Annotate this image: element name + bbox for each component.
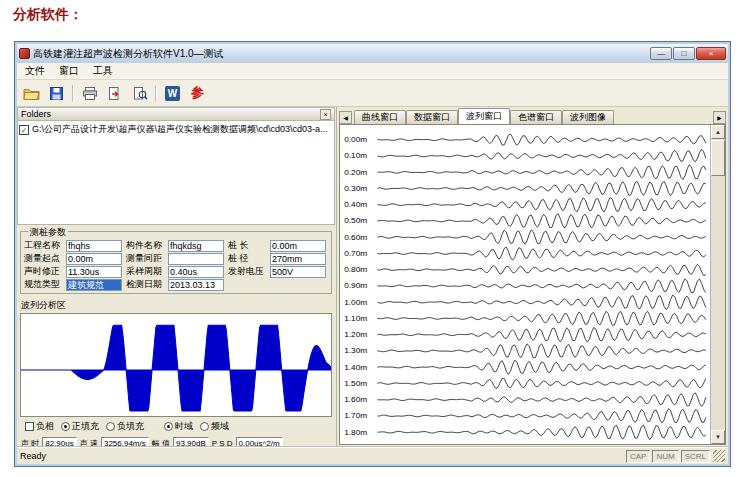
- pile-params-title: 测桩参数: [28, 226, 68, 239]
- left-panel: Folders × ✓ G:\公司产品设计开发\超声仪器\超声仪实验检测数据调频…: [17, 107, 337, 447]
- negative-phase-checkbox[interactable]: 负相: [25, 420, 54, 433]
- param-label: 声时修正: [24, 265, 66, 278]
- export-button[interactable]: [103, 82, 126, 104]
- minimize-button[interactable]: —: [650, 47, 672, 60]
- open-file-button[interactable]: [20, 82, 43, 104]
- tab-scroll-right-button[interactable]: ▶: [713, 111, 726, 124]
- tab-wavetrain[interactable]: 波列窗口: [458, 108, 510, 124]
- param-value[interactable]: fhqkdsg: [168, 240, 224, 252]
- tab-waveimage[interactable]: 波列图像: [562, 110, 614, 124]
- printer-icon: [82, 86, 98, 101]
- tabstrip: ◀ 曲线窗口数据窗口波列窗口色谱窗口波列图像 ▶: [337, 107, 728, 124]
- scroll-up-button[interactable]: ▲: [711, 125, 725, 139]
- resize-grip[interactable]: [713, 450, 725, 462]
- folder-tree[interactable]: ✓ G:\公司产品设计开发\超声仪器\超声仪实验检测数据调频\cd\cd03\c…: [17, 121, 335, 225]
- depth-label: 1.80m: [344, 428, 367, 437]
- tab-scroll-left-button[interactable]: ◀: [339, 111, 352, 124]
- page-heading: 分析软件：: [13, 6, 83, 24]
- wave-trace-1: [377, 149, 705, 162]
- param-label: 桩 径: [228, 252, 270, 265]
- depth-label: 1.30m: [344, 347, 367, 356]
- psd-label: P S D: [212, 439, 233, 447]
- toolbar: W 参: [17, 80, 728, 107]
- param-label: 发射电压: [228, 265, 270, 278]
- time-domain-radio-label: 时域: [175, 420, 193, 433]
- positive-fill-radio[interactable]: 正填充: [61, 420, 99, 433]
- maximize-button[interactable]: □: [673, 47, 695, 60]
- tab-data[interactable]: 数据窗口: [406, 110, 458, 124]
- toolbar-separator: [155, 85, 157, 102]
- save-button[interactable]: [45, 82, 68, 104]
- wave-train-window: 0.00m0.10m0.20m0.30m0.40m0.50m0.60m0.70m…: [339, 124, 726, 445]
- frequency-domain-radio[interactable]: 频域: [200, 420, 229, 433]
- depth-label: 1.10m: [344, 314, 367, 323]
- tree-item[interactable]: ✓ G:\公司产品设计开发\超声仪器\超声仪实验检测数据调频\cd\cd03\c…: [19, 123, 333, 136]
- wave-train-plot[interactable]: 0.00m0.10m0.20m0.30m0.40m0.50m0.60m0.70m…: [340, 125, 710, 444]
- menu-file[interactable]: 文件: [18, 63, 52, 79]
- param-label: 采样周期: [126, 265, 168, 278]
- depth-label: 0.30m: [344, 184, 367, 193]
- negative-fill-radio-label: 负填充: [117, 420, 144, 433]
- param-value[interactable]: 270mm: [270, 253, 326, 265]
- amplitude-value: 93.90dB: [173, 437, 209, 447]
- word-report-button[interactable]: W: [161, 82, 184, 104]
- main-area: Folders × ✓ G:\公司产品设计开发\超声仪器\超声仪实验检测数据调频…: [17, 107, 728, 447]
- negative-phase-checkbox-label: 负相: [36, 420, 54, 433]
- wave-trace-12: [377, 328, 705, 342]
- wave-trace-17: [377, 409, 705, 423]
- wave-trace-11: [377, 311, 705, 325]
- lock-scrl: SCRL: [681, 450, 710, 463]
- parameters-button[interactable]: 参: [186, 82, 209, 104]
- scrollbar-track[interactable]: [711, 177, 725, 430]
- param-value[interactable]: [168, 253, 224, 265]
- depth-label: 0.50m: [344, 217, 367, 226]
- tree-item-label: G:\公司产品设计开发\超声仪器\超声仪实验检测数据调频\cd\cd03\cd0…: [32, 123, 328, 136]
- depth-label: 0.20m: [344, 168, 367, 177]
- save-icon: [49, 86, 64, 101]
- tab-curve[interactable]: 曲线窗口: [354, 110, 406, 124]
- param-value[interactable]: 2013.03.13: [168, 279, 224, 291]
- wave-trace-9: [377, 279, 705, 293]
- titlebar[interactable]: 高铁建灌注超声波检测分析软件V1.0—测试 — □ ×: [17, 44, 728, 63]
- param-value[interactable]: 500V: [270, 266, 326, 278]
- param-label: 工程名称: [24, 239, 66, 252]
- scroll-down-button[interactable]: ▼: [711, 430, 725, 444]
- time-domain-radio-indicator: [164, 422, 173, 431]
- preview-button[interactable]: [128, 82, 151, 104]
- wave-trace-3: [377, 181, 705, 195]
- tree-item-checkbox[interactable]: ✓: [19, 125, 29, 135]
- menu-window[interactable]: 窗口: [52, 63, 86, 79]
- depth-label: 0.70m: [344, 249, 367, 258]
- param-value[interactable]: 0.00m: [66, 253, 122, 265]
- tab-spectrum[interactable]: 色谱窗口: [510, 110, 562, 124]
- print-button[interactable]: [78, 82, 101, 104]
- scrollbar-thumb[interactable]: [711, 140, 725, 176]
- amplitude-label: 幅 值: [152, 438, 170, 447]
- wave-trace-15: [377, 379, 705, 389]
- waveform-plot: [21, 314, 331, 416]
- param-value[interactable]: 0.00m: [270, 240, 326, 252]
- word-icon: W: [165, 86, 180, 101]
- depth-label: 1.70m: [344, 412, 367, 421]
- frequency-domain-radio-label: 频域: [211, 420, 229, 433]
- wave-trace-16: [377, 393, 705, 406]
- depth-label: 0.40m: [344, 200, 367, 209]
- close-button[interactable]: ×: [696, 47, 726, 60]
- param-value[interactable]: 0.40us: [168, 266, 224, 278]
- param-value[interactable]: fhqhs: [66, 240, 122, 252]
- folders-close-button[interactable]: ×: [320, 109, 331, 120]
- statusbar: Ready CAPNUMSCRL: [17, 447, 728, 464]
- param-row: 工程名称fhqhs构件名称fhqkdsg桩 长0.00m: [24, 239, 328, 252]
- waveform-analysis-area[interactable]: [20, 313, 332, 417]
- wave-trace-0: [377, 134, 705, 145]
- menu-tools[interactable]: 工具: [86, 63, 120, 79]
- vertical-scrollbar[interactable]: ▲ ▼: [710, 125, 725, 444]
- wave-trace-6: [377, 230, 705, 244]
- negative-fill-radio[interactable]: 负填充: [106, 420, 144, 433]
- right-panel: ◀ 曲线窗口数据窗口波列窗口色谱窗口波列图像 ▶ 0.00m0.10m0.20m…: [337, 107, 728, 447]
- param-value[interactable]: 建筑规范: [66, 279, 122, 291]
- app-window: 高铁建灌注超声波检测分析软件V1.0—测试 — □ × 文件 窗口 工具: [14, 41, 731, 467]
- tab-list: 曲线窗口数据窗口波列窗口色谱窗口波列图像: [354, 108, 614, 124]
- param-value[interactable]: 11.30us: [66, 266, 122, 278]
- time-domain-radio[interactable]: 时域: [164, 420, 193, 433]
